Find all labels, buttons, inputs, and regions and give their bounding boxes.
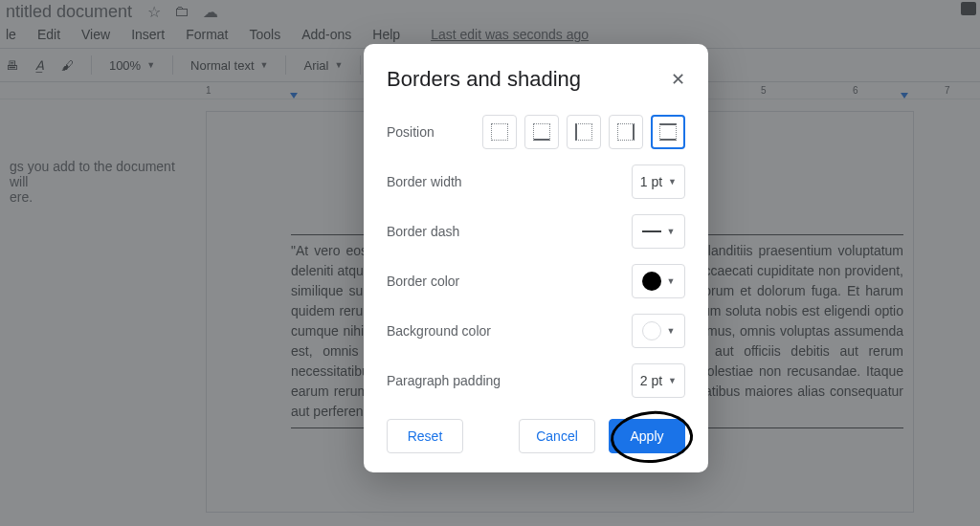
border-color-select[interactable]: ▼ xyxy=(632,264,685,298)
background-color-label: Background color xyxy=(387,323,491,339)
cancel-button[interactable]: Cancel xyxy=(519,419,595,453)
position-left-button[interactable] xyxy=(567,115,601,149)
apply-button[interactable]: Apply xyxy=(609,419,685,453)
border-dash-select[interactable]: ▼ xyxy=(632,214,685,249)
dash-solid-icon xyxy=(642,230,661,232)
dialog-title: Borders and shading xyxy=(387,67,581,92)
background-color-select[interactable]: ▼ xyxy=(632,314,685,348)
paragraph-padding-select[interactable]: 2 pt▼ xyxy=(632,363,685,398)
close-icon[interactable]: ✕ xyxy=(671,71,685,88)
color-swatch-none xyxy=(642,321,661,340)
borders-shading-dialog: Borders and shading ✕ Position Border wi… xyxy=(364,44,708,472)
color-swatch-black xyxy=(642,272,661,291)
position-bottom-button[interactable] xyxy=(524,115,559,149)
border-dash-label: Border dash xyxy=(387,224,459,239)
border-color-label: Border color xyxy=(387,274,459,289)
position-label: Position xyxy=(387,124,434,140)
reset-button[interactable]: Reset xyxy=(387,419,463,453)
position-all-button[interactable] xyxy=(482,115,517,149)
border-width-select[interactable]: 1 pt▼ xyxy=(632,164,685,199)
position-top-bottom-button[interactable] xyxy=(651,115,685,149)
border-width-label: Border width xyxy=(387,174,462,189)
paragraph-padding-label: Paragraph padding xyxy=(387,373,501,388)
position-right-button[interactable] xyxy=(609,115,643,149)
